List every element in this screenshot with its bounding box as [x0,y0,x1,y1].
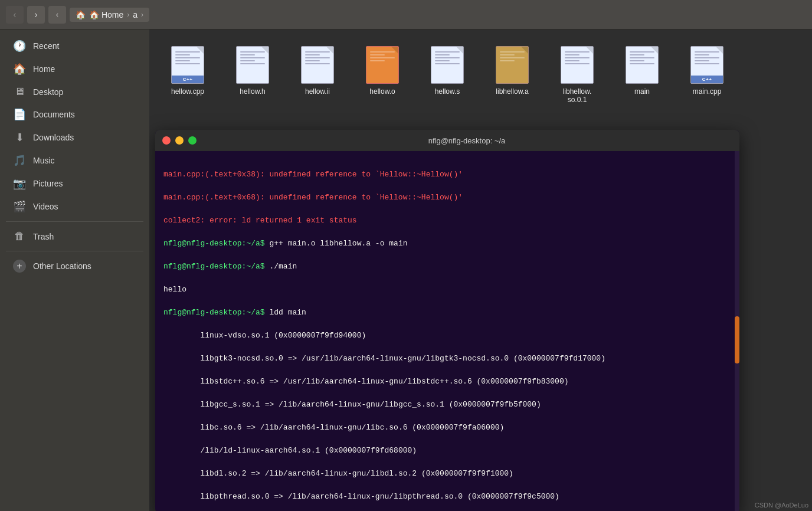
terminal-line-2: main.cpp:(.text+0x68): undefined referen… [163,193,463,202]
sidebar-item-music[interactable]: 🎵 Music [4,149,146,172]
sidebar-label-other-locations: Other Locations [33,261,91,271]
sidebar-item-home[interactable]: 🏠 Home [4,58,146,80]
watermark: CSDN @AoDeLuo [755,502,808,509]
sidebar-item-recent[interactable]: 🕐 Recent [4,35,146,57]
pictures-icon: 📷 [13,177,26,190]
terminal-line-1: main.cpp:(.text+0x38): undefined referen… [163,170,463,179]
sidebar-label-videos: Videos [33,202,58,211]
file-area: C++ hellow.cpp hellow.h [149,30,812,511]
sidebar-item-downloads[interactable]: ⬇ Downloads [4,126,146,149]
sidebar-item-documents[interactable]: 📄 Documents [4,103,146,126]
terminal-prompt-3: nflg@nflg-desktop:~/a$ [163,308,265,317]
sidebar-label-downloads: Downloads [33,133,74,142]
file-name-libhellow-a: libhellow.a [496,87,528,96]
back-button[interactable]: ‹ [6,6,24,24]
music-icon: 🎵 [13,154,26,167]
file-name-hellow-s: hellow.s [435,87,460,96]
file-name-main-cpp: main.cpp [693,87,722,96]
sidebar-label-trash: Trash [33,232,54,241]
terminal-ldd-3: libstdc++.so.6 => /usr/lib/aarch64-linux… [163,377,569,386]
terminal-scrollbar[interactable] [735,151,739,511]
add-icon: + [13,260,26,273]
terminal-prompt-1: nflg@nflg-desktop:~/a$ [163,239,265,248]
file-icon-libhellow-so [558,46,596,84]
file-icon-hellow-h [234,46,271,84]
file-icon-libhellow-a [493,46,531,84]
terminal-titlebar: nflg@nflg-desktop: ~/a [155,130,739,151]
file-icon-hellow-ii [299,46,336,84]
breadcrumb-home-icon: 🏠 [76,10,86,19]
terminal-ldd-2: libgtk3-nocsd.so.0 => /usr/lib/aarch64-l… [163,354,605,363]
breadcrumb: 🏠 🏠 Home › a › [70,8,149,22]
sidebar-label-recent: Recent [33,41,59,51]
downloads-icon: ⬇ [13,131,26,144]
terminal-ldd-6: /lib/ld-linux-aarch64.so.1 (0x0000007f9f… [163,446,417,455]
toolbar: ‹ › ‹ 🏠 🏠 Home › a › [0,0,812,30]
sidebar-item-pictures[interactable]: 📷 Pictures [4,172,146,195]
terminal-title: nflg@nflg-desktop: ~/a [201,136,732,145]
terminal-maximize-button[interactable] [188,136,197,145]
file-item-main[interactable]: main [615,41,669,100]
sidebar-label-documents: Documents [33,110,75,119]
terminal-scrollbar-thumb[interactable] [735,316,739,363]
sidebar-label-pictures: Pictures [33,179,63,188]
file-name-main: main [634,87,650,96]
file-item-hellow-ii[interactable]: hellow.ii [291,41,344,100]
recent-icon: 🕐 [13,40,26,53]
terminal-line-3: collect2: error: ld returned 1 exit stat… [163,216,357,225]
terminal-prompt-2: nflg@nflg-desktop:~/a$ [163,262,265,271]
terminal-cmd-2: ./main [265,262,297,271]
file-grid: C++ hellow.cpp hellow.h [161,41,800,109]
file-item-hellow-s[interactable]: hellow.s [421,41,474,100]
file-name-hellow-cpp: hellow.cpp [171,87,204,96]
terminal-ldd-1: linux-vdso.so.1 (0x0000007f9fd94000) [163,331,366,340]
videos-icon: 🎬 [13,200,26,213]
file-name-libhellow-so: libhellow. so.0.1 [555,87,599,104]
sidebar-item-other-locations[interactable]: + Other Locations [4,255,146,277]
terminal-window: nflg@nflg-desktop: ~/a main.cpp:(.text+0… [155,130,739,511]
forward-button[interactable]: › [27,6,45,24]
desktop-icon: 🖥 [13,86,26,98]
file-icon-main-cpp: C++ [688,46,726,84]
sidebar-item-desktop[interactable]: 🖥 Desktop [4,81,146,103]
sidebar-label-home: Home [33,64,55,74]
sidebar-divider [6,221,143,222]
file-item-hellow-cpp[interactable]: C++ hellow.cpp [161,41,214,100]
terminal-output-hello1: hello [163,285,186,294]
terminal-cmd-3: ldd main [265,308,306,317]
terminal-minimize-button[interactable] [175,136,184,145]
terminal-ldd-4: libgcc_s.so.1 => /lib/aarch64-linux-gnu/… [163,400,541,409]
sidebar-item-videos[interactable]: 🎬 Videos [4,195,146,218]
sidebar-item-trash[interactable]: 🗑 Trash [4,225,146,247]
up-button[interactable]: ‹ [48,6,66,24]
breadcrumb-sep1: › [127,11,129,19]
sidebar-label-music: Music [33,156,55,165]
trash-icon: 🗑 [13,230,26,243]
sidebar: 🕐 Recent 🏠 Home 🖥 Desktop 📄 Documents ⬇ … [0,30,149,511]
file-item-hellow-h[interactable]: hellow.h [226,41,279,100]
breadcrumb-home-label[interactable]: 🏠 Home [89,10,123,19]
file-item-libhellow-a[interactable]: libhellow.a [486,41,539,100]
documents-icon: 📄 [13,108,26,121]
file-icon-hellow-s [428,46,466,84]
terminal-ldd-7: libdl.so.2 => /lib/aarch64-linux-gnu/lib… [163,469,513,478]
breadcrumb-more: › [141,11,143,19]
file-item-hellow-o[interactable]: hellow.o [356,41,409,100]
file-icon-hellow-cpp: C++ [169,46,207,84]
main-area: 🕐 Recent 🏠 Home 🖥 Desktop 📄 Documents ⬇ … [0,30,812,511]
file-icon-main [623,46,661,84]
terminal-close-button[interactable] [162,136,171,145]
home-icon: 🏠 [13,63,26,76]
file-item-libhellow-so[interactable]: libhellow. so.0.1 [551,41,604,109]
file-name-hellow-ii: hellow.ii [305,87,330,96]
file-item-main-cpp[interactable]: C++ main.cpp [680,41,734,100]
file-icon-hellow-o [364,46,401,84]
file-name-hellow-o: hellow.o [369,87,395,96]
terminal-body[interactable]: main.cpp:(.text+0x38): undefined referen… [155,151,739,511]
terminal-ldd-5: libc.so.6 => /lib/aarch64-linux-gnu/libc… [163,423,504,432]
file-name-hellow-h: hellow.h [240,87,265,96]
breadcrumb-a-label[interactable]: a [133,10,137,19]
sidebar-divider2 [6,251,143,251]
sidebar-label-desktop: Desktop [33,87,63,97]
terminal-cmd-1: g++ main.o libhellow.a -o main [265,239,408,248]
